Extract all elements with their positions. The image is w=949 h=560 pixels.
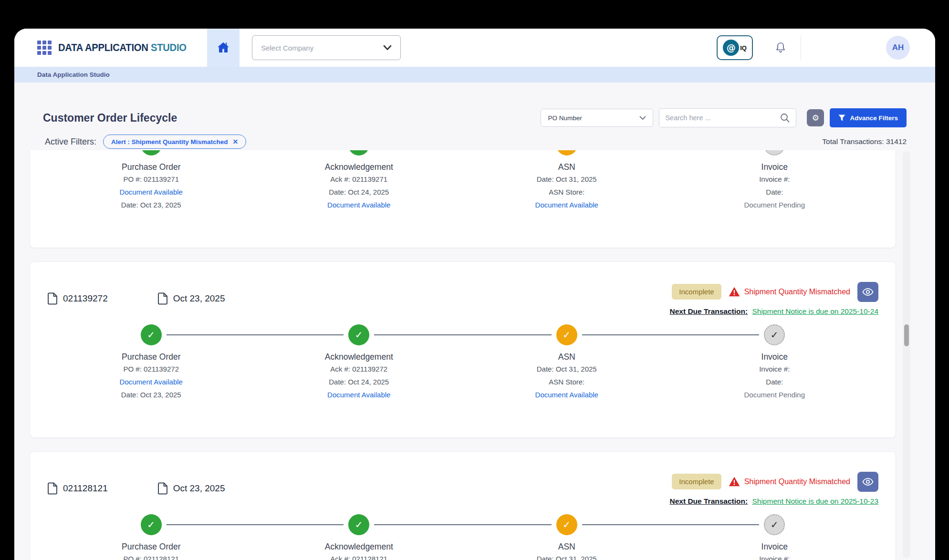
- po-number-group: 021139272: [47, 292, 108, 305]
- bell-icon: [775, 41, 786, 54]
- step-detail: Invoice #:: [671, 363, 879, 375]
- timeline-step-asn: ✓ ASN Date: Oct 31, 2025 ASN Store: Docu…: [463, 150, 671, 211]
- alert-message: Shipment Quantity Mismatched: [729, 477, 850, 487]
- app-window: DATA APPLICATION STUDIO Select Company @…: [14, 29, 935, 560]
- step-detail: Ack #: 021139271: [255, 174, 463, 185]
- order-list: ✓ Purchase Order PO #: 021139271 Documen…: [30, 150, 920, 560]
- filter-chip-shipment-quantity-mismatched[interactable]: Alert : Shipment Quantity Mismatched ✕: [103, 135, 246, 149]
- document-available-link[interactable]: Document Available: [463, 199, 671, 211]
- home-button[interactable]: [207, 29, 240, 67]
- active-filters-label: Active Filters:: [45, 137, 96, 147]
- next-due-label: Next Due Transaction:: [670, 497, 748, 505]
- po-number: 021139272: [63, 293, 108, 304]
- document-icon: [157, 292, 168, 305]
- check-circle-icon: ✓: [141, 514, 162, 535]
- step-detail: ASN Store:: [463, 376, 671, 388]
- view-order-button[interactable]: [857, 282, 878, 302]
- eye-icon: [862, 477, 874, 486]
- document-available-link[interactable]: Document Available: [255, 199, 463, 211]
- timeline-step-purchase-order: ✓ Purchase Order PO #: 021128121: [47, 514, 255, 560]
- step-title: ASN: [463, 352, 671, 362]
- document-icon: [47, 292, 58, 305]
- order-timeline: ✓ Purchase Order PO #: 021139271 Documen…: [47, 150, 878, 211]
- step-title: Acknowledgement: [255, 542, 463, 552]
- check-circle-icon: ✓: [141, 150, 162, 156]
- chip-close-icon[interactable]: ✕: [233, 138, 239, 145]
- scrollbar-track[interactable]: [903, 151, 910, 558]
- next-due-link[interactable]: Shipment Notice is due on 2025-10-24: [752, 307, 878, 315]
- status-badge: Incomplete: [672, 474, 721, 489]
- order-card: 021128121 Oct 23, 2025 Incomplete: [30, 451, 896, 560]
- timeline-step-acknowledgement: ✓ Acknowledgement Ack #: 021139272 Date:…: [255, 324, 463, 401]
- check-circle-icon: ✓: [141, 324, 162, 345]
- step-detail: Date:: [671, 187, 879, 198]
- order-timeline: ✓ Purchase Order PO #: 021128121 ✓ Ackno…: [47, 514, 878, 560]
- order-date: Oct 23, 2025: [173, 483, 225, 494]
- alert-text: Shipment Quantity Mismatched: [744, 477, 850, 486]
- iq-assistant-button[interactable]: @ IQ: [717, 35, 753, 60]
- document-icon: [47, 482, 58, 495]
- iq-label: IQ: [740, 44, 747, 52]
- company-select-value: Select Company: [261, 44, 383, 52]
- user-avatar[interactable]: AH: [886, 36, 910, 60]
- timeline-step-invoice: ✓ Invoice Invoice #: Date: Document Pend…: [671, 150, 879, 211]
- document-available-link[interactable]: Document Available: [47, 187, 255, 198]
- search-input[interactable]: [665, 114, 780, 122]
- total-transactions: Total Transactions: 31412: [822, 137, 907, 146]
- timeline-step-acknowledgement: ✓ Acknowledgement Ack #: 021128121: [255, 514, 463, 560]
- status-badge: Incomplete: [672, 284, 721, 300]
- timeline-step-asn: ✓ ASN Date: Oct 31, 2025 ASN Store: Docu…: [463, 324, 671, 401]
- avatar-initials: AH: [892, 43, 904, 52]
- document-pending-text: Document Pending: [671, 199, 879, 211]
- notifications-button[interactable]: [775, 41, 786, 54]
- scrollbar-thumb[interactable]: [904, 324, 909, 346]
- step-title: Acknowledgement: [255, 352, 463, 362]
- next-due-link[interactable]: Shipment Notice is due on 2025-10-23: [752, 497, 878, 505]
- step-title: Purchase Order: [47, 352, 255, 362]
- eye-icon: [862, 288, 874, 296]
- step-detail: Date: Oct 31, 2025: [463, 174, 671, 185]
- step-detail: Date: Oct 23, 2025: [47, 199, 255, 211]
- alert-message: Shipment Quantity Mismatched: [729, 287, 850, 297]
- company-select[interactable]: Select Company: [252, 35, 401, 60]
- check-circle-icon: ✓: [556, 150, 577, 156]
- gear-icon: ⚙: [812, 113, 819, 123]
- step-detail: Date: Oct 31, 2025: [463, 553, 671, 560]
- search-type-select[interactable]: PO Number: [541, 109, 653, 127]
- check-circle-pending-icon: ✓: [764, 324, 785, 345]
- document-available-link[interactable]: Document Available: [47, 376, 255, 388]
- chevron-down-icon: [383, 45, 392, 51]
- step-detail: Invoice #:: [671, 174, 879, 185]
- advance-filters-button[interactable]: Advance Filters: [830, 108, 907, 127]
- po-number-group: 021128121: [47, 482, 108, 495]
- order-card: ✓ Purchase Order PO #: 021139271 Documen…: [30, 150, 896, 248]
- step-detail: Date: Oct 23, 2025: [47, 389, 255, 401]
- timeline-step-purchase-order: ✓ Purchase Order PO #: 021139271 Documen…: [47, 150, 255, 211]
- search-icon: [780, 113, 790, 123]
- step-title: Purchase Order: [47, 542, 255, 552]
- advance-filters-label: Advance Filters: [850, 114, 898, 122]
- app-grid-logo-icon: [37, 41, 52, 55]
- breadcrumb-link[interactable]: Data Application Studio: [37, 71, 110, 78]
- next-due-label: Next Due Transaction:: [670, 307, 748, 315]
- step-detail: Ack #: 021139272: [255, 363, 463, 375]
- document-available-link[interactable]: Document Available: [463, 389, 671, 401]
- check-circle-icon: ✓: [348, 150, 369, 156]
- app-header: DATA APPLICATION STUDIO Select Company @…: [14, 29, 935, 67]
- warning-triangle-icon: [729, 477, 740, 487]
- next-due-transaction: Next Due Transaction: Shipment Notice is…: [670, 307, 879, 316]
- document-available-link[interactable]: Document Available: [255, 389, 463, 401]
- order-card: 021139272 Oct 23, 2025 Incomplete: [30, 261, 896, 438]
- timeline-step-invoice: ✓ Invoice Invoice #: Date: Document Pend…: [671, 324, 879, 401]
- step-title: Invoice: [671, 542, 879, 552]
- search-type-value: PO Number: [548, 114, 639, 122]
- order-date: Oct 23, 2025: [173, 293, 225, 304]
- step-detail: Date: Oct 24, 2025: [255, 187, 463, 198]
- settings-button[interactable]: ⚙: [807, 109, 824, 126]
- document-icon: [157, 482, 168, 495]
- order-date-group: Oct 23, 2025: [157, 292, 225, 305]
- step-detail: ASN Store:: [463, 187, 671, 198]
- check-circle-icon: ✓: [348, 324, 369, 345]
- view-order-button[interactable]: [857, 472, 878, 492]
- step-title: Invoice: [671, 162, 879, 172]
